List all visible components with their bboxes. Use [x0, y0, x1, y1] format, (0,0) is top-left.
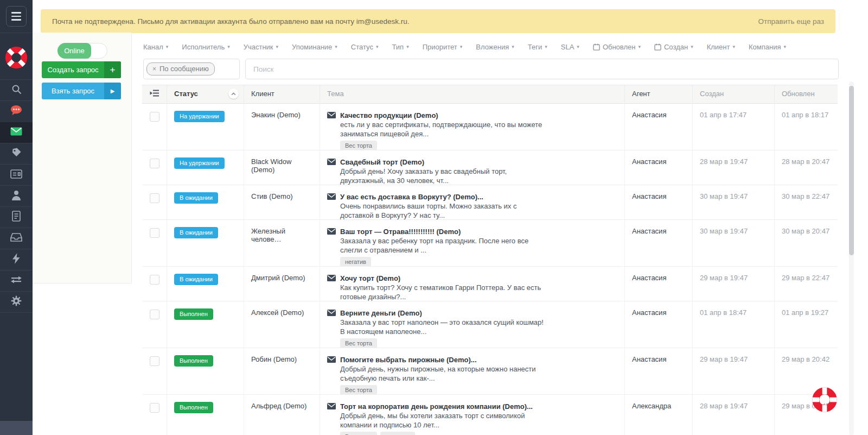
subject-block: Помогите выбрать пирожные (Demo)... Добр…	[340, 355, 545, 394]
table-row[interactable]: В ожидании Железный челове… Ваш торт — О…	[142, 220, 838, 267]
sidebar-item-archive[interactable]	[0, 228, 33, 249]
table-row[interactable]: Выполнен Альфред (Demo) Торт на корпорат…	[142, 395, 838, 435]
create-request-button[interactable]: Создать запрос +	[42, 61, 121, 78]
envelope-icon	[327, 356, 336, 394]
scrollbar[interactable]	[849, 81, 854, 435]
filter-label: Обновлен	[603, 43, 636, 51]
row-checkbox[interactable]	[150, 112, 159, 122]
calendar-icon	[654, 43, 661, 51]
row-checkbox[interactable]	[150, 228, 159, 238]
chevron-down-icon: ▾	[732, 44, 735, 49]
table-row[interactable]: На удержании Энакин (Demo) Качество прод…	[142, 104, 838, 150]
filter-dropdown[interactable]: Канал ▾	[143, 43, 168, 51]
row-checkbox[interactable]	[150, 356, 159, 366]
column-settings-icon[interactable]	[150, 90, 159, 98]
envelope-icon	[327, 310, 336, 348]
search-row: × По сообщению	[143, 59, 839, 79]
agent-name: Анастасия	[624, 150, 692, 185]
row-checkbox[interactable]	[150, 159, 159, 168]
remove-chip-icon[interactable]: ×	[152, 65, 156, 73]
inbox-icon	[10, 232, 22, 244]
take-request-label: Взять запрос	[42, 83, 104, 99]
sidebar-item-transfer[interactable]	[0, 270, 33, 291]
table-row[interactable]: На удержании Black Widow (Demo) Свадебны…	[142, 150, 838, 185]
hamburger-menu-icon[interactable]	[6, 6, 27, 27]
sidebar-item-settings[interactable]	[0, 291, 33, 313]
sort-asc-icon[interactable]	[228, 89, 239, 99]
header-created[interactable]: Создан	[692, 85, 774, 102]
header-subject[interactable]: Тема	[320, 85, 624, 102]
take-request-button[interactable]: Взять запрос ▶	[42, 83, 121, 99]
filter-dropdown[interactable]: Статус ▾	[351, 43, 379, 51]
filter-chip[interactable]: × По сообщению	[146, 62, 215, 75]
envelope-icon	[327, 159, 336, 185]
header-agent[interactable]: Агент	[624, 85, 692, 102]
subject-block: Хочу торт (Demo) Как купить торт? Хочу с…	[340, 274, 545, 301]
sidebar-item-tags[interactable]	[0, 143, 33, 164]
filter-dropdown[interactable]: Создан ▾	[654, 43, 693, 51]
filter-label: Статус	[351, 43, 373, 51]
agent-name: Анастасия	[624, 104, 692, 150]
filter-dropdown[interactable]: Компания ▾	[749, 43, 786, 51]
header-status[interactable]: Статус	[174, 90, 198, 98]
agent-name: Анастасия	[624, 301, 692, 348]
filter-dropdown[interactable]: Упоминание ▾	[292, 43, 337, 51]
row-checkbox[interactable]	[150, 275, 159, 285]
filter-dropdown[interactable]: Вложения ▾	[476, 43, 514, 51]
resend-email-link[interactable]: Отправить еще раз	[758, 17, 824, 26]
ticket-tags: Вес торта	[340, 141, 545, 150]
online-toggle[interactable]: Online	[58, 43, 107, 59]
sidebar-item-automation[interactable]	[0, 249, 33, 270]
client-name: Black Widow (Demo)	[244, 150, 320, 185]
filter-dropdown[interactable]: SLA ▾	[561, 43, 579, 51]
updated-date: 30 мар в 20:47	[774, 220, 838, 266]
created-date: 01 апр в 17:47	[692, 104, 774, 150]
filter-label: Компания	[749, 43, 781, 51]
client-name: Стив (Demo)	[244, 185, 320, 219]
chevron-down-icon: ▾	[545, 44, 547, 49]
status-badge: В ожидании	[174, 274, 218, 285]
table-row[interactable]: В ожидании Стив (Demo) У вас есть достав…	[142, 185, 838, 220]
table-row[interactable]: Выполнен Алексей (Demo) Верните деньги (…	[142, 301, 838, 348]
swap-arrows-icon	[10, 276, 22, 286]
sidebar-item-chats[interactable]	[0, 100, 33, 122]
tag-chip: Вес торта	[340, 432, 377, 435]
row-checkbox[interactable]	[150, 310, 159, 319]
sidebar-item-search[interactable]	[0, 79, 33, 100]
created-date: 29 мар в 19:47	[692, 267, 774, 301]
filter-dropdown[interactable]: Обновлен ▾	[593, 43, 641, 51]
scrollbar-thumb[interactable]	[849, 86, 854, 255]
client-name: Дмитрий (Demo)	[244, 267, 320, 301]
chat-bubble-icon	[10, 105, 22, 118]
support-widget-button[interactable]	[810, 386, 839, 414]
chip-label: По сообщению	[159, 65, 209, 73]
search-input[interactable]	[245, 59, 839, 79]
table-row[interactable]: В ожидании Дмитрий (Demo) Хочу торт (Dem…	[142, 267, 838, 301]
filter-label: Вложения	[476, 43, 509, 51]
sidebar-item-tickets[interactable]	[0, 122, 33, 143]
row-checkbox[interactable]	[150, 403, 159, 413]
ticket-list-area: Канал ▾ Исполнитель ▾ Участник ▾ Упомина…	[132, 33, 850, 435]
ticket-tags: Вес торта	[340, 338, 545, 348]
sidebar-item-contacts[interactable]	[0, 164, 33, 185]
header-client[interactable]: Клиент	[244, 85, 320, 102]
active-filters-box[interactable]: × По сообщению	[143, 59, 240, 79]
sidebar-item-articles[interactable]	[0, 206, 33, 228]
row-checkbox[interactable]	[150, 193, 159, 203]
sidebar-item-clients[interactable]	[0, 185, 33, 206]
subject-block: Верните деньги (Demo) Заказала у вас тор…	[340, 308, 545, 348]
chevron-down-icon: ▾	[691, 44, 693, 49]
filter-dropdown[interactable]: Теги ▾	[528, 43, 547, 51]
filter-dropdown[interactable]: Участник ▾	[244, 43, 278, 51]
filter-dropdown[interactable]: Клиент ▾	[707, 43, 735, 51]
filter-dropdown[interactable]: Исполнитель ▾	[182, 43, 229, 51]
tag-chip: негатив	[340, 257, 371, 266]
filter-dropdown[interactable]: Приоритет ▾	[423, 43, 463, 51]
ticket-subject: Хочу торт (Demo)	[340, 274, 545, 283]
chevron-down-icon: ▾	[460, 44, 463, 49]
table-row[interactable]: Выполнен Робин (Demo) Помогите выбрать п…	[142, 348, 838, 395]
ticket-tags: Вес торта	[340, 385, 545, 394]
header-updated[interactable]: Обновлен	[774, 85, 838, 102]
filter-label: Приоритет	[423, 43, 457, 51]
filter-dropdown[interactable]: Тип ▾	[392, 43, 409, 51]
